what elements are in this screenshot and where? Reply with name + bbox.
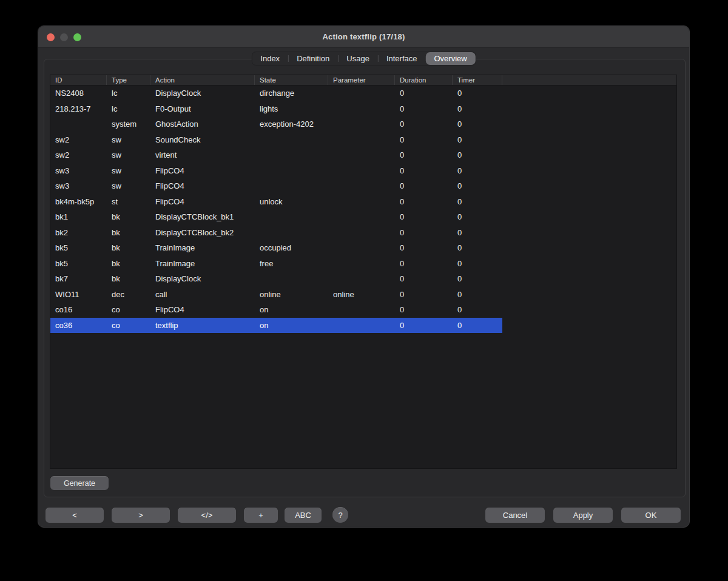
table-cell (328, 225, 395, 241)
table-cell: bk (107, 240, 150, 256)
title-bar[interactable]: Action textflip (17/18) (38, 26, 689, 48)
table-cell-filler (502, 271, 676, 287)
column-header-parameter[interactable]: Parameter (328, 75, 395, 85)
table-cell (328, 86, 395, 101)
tab-overview[interactable]: Overview (426, 52, 476, 65)
tab-bar: IndexDefinitionUsageInterfaceOverview (251, 52, 476, 65)
table-cell (328, 194, 395, 210)
zoom-icon[interactable] (73, 33, 81, 41)
tab-index[interactable]: Index (252, 52, 288, 65)
table-cell: 0 (395, 302, 453, 318)
column-header-duration[interactable]: Duration (395, 75, 453, 85)
table-cell (328, 132, 395, 148)
table-cell (255, 209, 328, 225)
table-cell: 0 (453, 318, 502, 334)
prev-button[interactable]: < (46, 508, 104, 523)
table-cell: 0 (395, 256, 453, 272)
table-cell: sw2 (50, 132, 107, 148)
tab-usage[interactable]: Usage (338, 52, 378, 65)
table-row[interactable]: bk2bkDisplayCTCBlock_bk200 (50, 225, 676, 241)
table-cell: bk4m-bk5p (50, 194, 107, 210)
table-cell: sw (107, 132, 150, 148)
table-row[interactable]: sw2swvirtent00 (50, 147, 676, 163)
table-cell (255, 132, 328, 148)
table-cell: WIO11 (50, 287, 107, 303)
table-cell: 0 (453, 178, 502, 194)
table-cell-filler (502, 287, 676, 303)
table-cell (328, 240, 395, 256)
table-row[interactable]: sw3swFlipCO400 (50, 163, 676, 179)
minimize-icon (60, 33, 68, 41)
column-header-timer[interactable]: Timer (453, 75, 502, 85)
table-cell: bk2 (50, 225, 107, 241)
table-cell: lc (107, 86, 150, 101)
table-cell: 0 (453, 194, 502, 210)
column-header-state[interactable]: State (255, 75, 328, 85)
table-cell (328, 163, 395, 179)
table-row[interactable]: bk4m-bk5pstFlipCO4unlock00 (50, 194, 676, 210)
table-row[interactable]: 218.213-7lcF0-Outputlights00 (50, 101, 676, 117)
table-cell: on (255, 302, 328, 318)
table-row[interactable]: bk5bkTrainImagefree00 (50, 256, 676, 272)
abc-button[interactable]: ABC (285, 508, 322, 523)
table-row[interactable]: co16coFlipCO4on00 (50, 302, 676, 318)
generate-button[interactable]: Generate (50, 476, 109, 490)
table-cell-filler (502, 101, 676, 117)
table-cell: online (255, 287, 328, 303)
table-cell: FlipCO4 (150, 302, 255, 318)
table-cell: 0 (395, 101, 453, 117)
table-cell (328, 116, 395, 132)
table-cell: exception-4202 (255, 116, 328, 132)
table-cell: dirchange (255, 86, 328, 101)
table-cell: sw3 (50, 163, 107, 179)
table-cell-filler (502, 209, 676, 225)
table-cell: system (107, 116, 150, 132)
table-row[interactable]: systemGhostActionexception-420200 (50, 116, 676, 132)
tab-interface[interactable]: Interface (378, 52, 426, 65)
table-cell: 0 (453, 116, 502, 132)
help-button[interactable]: ? (332, 507, 348, 523)
table-cell: TrainImage (150, 240, 255, 256)
close-icon[interactable] (47, 33, 55, 41)
table-cell (328, 101, 395, 117)
table-cell: 0 (453, 147, 502, 163)
add-button[interactable]: + (244, 508, 278, 523)
code-button[interactable]: </> (178, 508, 236, 523)
table-row[interactable]: bk5bkTrainImageoccupied00 (50, 240, 676, 256)
next-button[interactable]: > (112, 508, 170, 523)
apply-button[interactable]: Apply (553, 508, 613, 523)
table-row[interactable]: WIO11deccallonlineonline00 (50, 287, 676, 303)
table-row[interactable]: NS2408lcDisplayClockdirchange00 (50, 86, 676, 101)
ok-button[interactable]: OK (621, 508, 681, 523)
table-cell: 0 (395, 240, 453, 256)
table-row[interactable]: bk7bkDisplayClock00 (50, 271, 676, 287)
table-cell: st (107, 194, 150, 210)
table-cell (328, 256, 395, 272)
table-cell: GhostAction (150, 116, 255, 132)
column-header-action[interactable]: Action (150, 75, 255, 85)
table-cell: 0 (395, 225, 453, 241)
table-cell: 0 (453, 240, 502, 256)
table-cell: bk (107, 256, 150, 272)
table-row[interactable]: sw3swFlipCO400 (50, 178, 676, 194)
table-cell: 0 (453, 101, 502, 117)
table-row[interactable]: co36cotextflipon00 (50, 318, 676, 334)
actions-table: IDTypeActionStateParameterDurationTimer … (50, 75, 677, 469)
table-row[interactable]: bk1bkDisplayCTCBlock_bk100 (50, 209, 676, 225)
table-cell: lc (107, 101, 150, 117)
table-cell: call (150, 287, 255, 303)
column-header-type[interactable]: Type (107, 75, 150, 85)
table-cell: online (328, 287, 395, 303)
cancel-button[interactable]: Cancel (485, 508, 545, 523)
table-cell: 0 (395, 178, 453, 194)
table-cell: 0 (395, 194, 453, 210)
table-cell: bk7 (50, 271, 107, 287)
table-cell: SoundCheck (150, 132, 255, 148)
table-cell (328, 271, 395, 287)
tab-definition[interactable]: Definition (288, 52, 338, 65)
table-row[interactable]: sw2swSoundCheck00 (50, 132, 676, 148)
table-cell: 0 (395, 209, 453, 225)
table-cell (328, 209, 395, 225)
column-header-id[interactable]: ID (50, 75, 107, 85)
table-cell: 0 (453, 163, 502, 179)
